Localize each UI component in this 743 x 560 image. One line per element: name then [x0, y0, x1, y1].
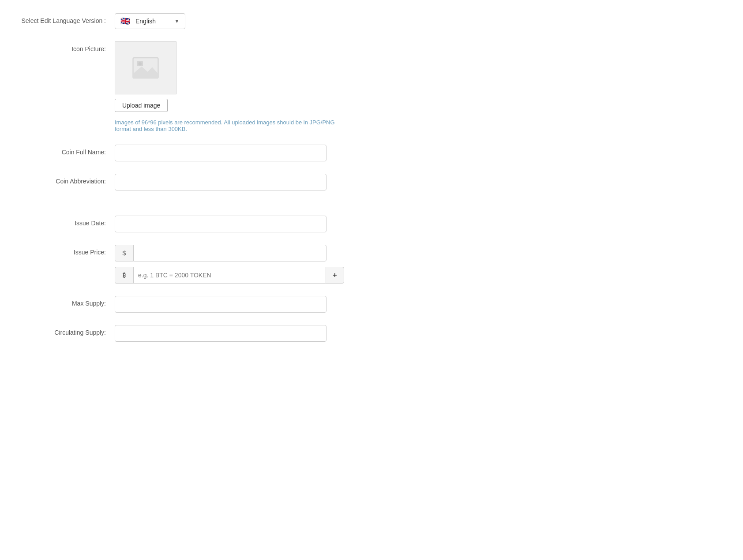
- max-supply-row: Max Supply:: [18, 296, 725, 313]
- section-divider: [18, 203, 725, 203]
- image-hint-text: Images of 96*96 pixels are recommended. …: [115, 119, 344, 132]
- issue-date-label: Issue Date:: [18, 216, 115, 228]
- coin-full-name-input[interactable]: [115, 145, 326, 161]
- max-supply-control-wrap: [115, 296, 344, 313]
- upload-image-button[interactable]: Upload image: [115, 99, 168, 112]
- coin-full-name-control-wrap: [115, 145, 344, 161]
- flag-icon: 🇬🇧: [120, 16, 130, 26]
- issue-price-label: Issue Price:: [18, 245, 115, 257]
- issue-date-row: Issue Date:: [18, 216, 725, 232]
- coin-abbreviation-label: Coin Abbreviation:: [18, 174, 115, 186]
- language-value: English: [135, 18, 171, 25]
- language-row: Select Edit Language Version : 🇬🇧 Englis…: [18, 13, 725, 29]
- issue-price-control-wrap: $ ₿ +: [115, 245, 344, 284]
- coin-full-name-label: Coin Full Name:: [18, 145, 115, 157]
- icon-picture-row: Icon Picture: Upload image Images of 96*…: [18, 41, 725, 132]
- issue-date-input[interactable]: [115, 216, 326, 232]
- circulating-supply-row: Circulating Supply:: [18, 325, 725, 342]
- max-supply-input[interactable]: [115, 296, 326, 313]
- issue-price-input[interactable]: [133, 245, 326, 261]
- circulating-supply-label: Circulating Supply:: [18, 325, 115, 337]
- circulating-supply-control-wrap: [115, 325, 344, 342]
- issue-price-row: Issue Price: $ ₿ +: [18, 245, 725, 284]
- btc-exchange-input[interactable]: [133, 267, 326, 284]
- image-placeholder-icon: [132, 57, 159, 79]
- language-label: Select Edit Language Version :: [18, 13, 115, 26]
- bitcoin-icon: ₿: [123, 272, 126, 279]
- icon-picture-label: Icon Picture:: [18, 41, 115, 54]
- language-dropdown[interactable]: 🇬🇧 English ▼: [115, 13, 185, 29]
- issue-price-input-group: $: [115, 245, 326, 261]
- btc-row: ₿ +: [115, 267, 344, 284]
- image-preview: [115, 41, 176, 94]
- btc-prefix-icon: ₿: [115, 267, 133, 284]
- dollar-prefix: $: [115, 245, 133, 261]
- max-supply-label: Max Supply:: [18, 296, 115, 308]
- issue-date-control-wrap: [115, 216, 344, 232]
- language-control-wrap: 🇬🇧 English ▼: [115, 13, 344, 29]
- btc-add-button[interactable]: +: [326, 267, 344, 284]
- coin-abbreviation-row: Coin Abbreviation:: [18, 174, 725, 190]
- chevron-down-icon: ▼: [174, 18, 180, 24]
- coin-abbreviation-control-wrap: [115, 174, 344, 190]
- coin-abbreviation-input[interactable]: [115, 174, 326, 190]
- coin-full-name-row: Coin Full Name:: [18, 145, 725, 161]
- circulating-supply-input[interactable]: [115, 325, 326, 342]
- icon-picture-control-wrap: Upload image Images of 96*96 pixels are …: [115, 41, 344, 132]
- svg-point-3: [139, 62, 142, 66]
